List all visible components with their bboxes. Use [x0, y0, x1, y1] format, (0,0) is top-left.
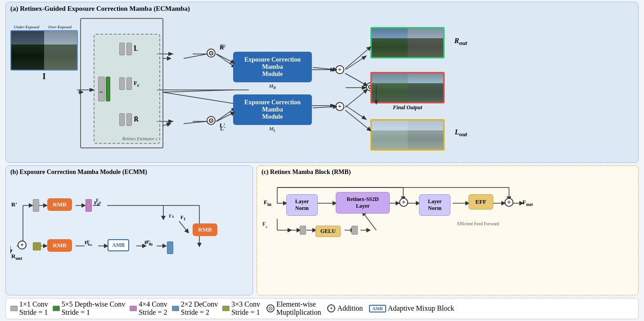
plus-op-c2: +	[504, 198, 513, 207]
ecm-module-2: Exposure Correction MambaModule ML	[233, 94, 312, 133]
svg-line-28	[345, 73, 367, 85]
blue-block	[167, 241, 173, 254]
eff-label: Efficient Feed Forward	[457, 221, 499, 226]
dot-op-1: ⊙	[207, 49, 216, 58]
legend-gray-label: 1×1 ConvStride = 1	[19, 300, 48, 317]
legend-plus-op: + Addition	[327, 304, 363, 312]
f0-label: F0	[94, 200, 99, 207]
l-bar-block2	[126, 43, 132, 55]
top-gray-conv	[33, 199, 39, 212]
svg-line-20	[162, 124, 170, 126]
svg-text:F₁: F₁	[169, 213, 174, 218]
svg-line-5	[216, 54, 235, 67]
ecm-module-1: Exposure Correction MambaModule MR	[233, 52, 312, 90]
f1-label: F1	[180, 214, 185, 221]
rmb-block-right: RMB	[193, 223, 217, 236]
r-out-container: Rout	[370, 27, 445, 58]
svg-line-7	[216, 108, 235, 121]
retinex-estimator-box: Retinex Estimator ε L̄ Fc	[94, 34, 160, 144]
legend-purple-conv: 4×4 ConvStride = 2	[130, 300, 167, 317]
svg-line-12	[346, 106, 366, 119]
sub-gray-1	[300, 226, 306, 235]
legend-amb-box: AMB	[369, 305, 386, 312]
purple-block-1	[86, 199, 92, 212]
svg-line-21	[184, 54, 207, 58]
l-out-container: Lout	[370, 119, 445, 151]
plus-op-1: +	[335, 65, 344, 74]
section-a: (a) Retinex-Guided Exposure Correction M…	[5, 2, 639, 163]
r-out-label-b: Rout	[11, 253, 22, 261]
legend-amb-label: Adaptive Mixup Block	[388, 304, 455, 312]
final-output-container: Final Output	[370, 72, 445, 111]
legend-blue-label: 2×2 DeConvStride = 2	[181, 300, 218, 317]
legend-purple-box	[130, 306, 137, 311]
plus-op-b: +	[18, 241, 27, 250]
svg-line-25	[313, 67, 336, 70]
over-img	[44, 31, 77, 70]
legend-gray-box	[10, 306, 18, 311]
svg-text:L': L'	[220, 125, 225, 132]
legend-olive-box	[222, 306, 230, 311]
svg-line-26	[313, 107, 336, 108]
fc-row: Fc	[119, 77, 140, 90]
plus-op-2: +	[335, 102, 344, 111]
rmb-block-1: RMB	[47, 198, 72, 211]
fc-label: Fc	[134, 80, 140, 88]
svg-line-18	[162, 90, 233, 92]
svg-line-41	[179, 221, 188, 232]
input-image	[10, 30, 78, 71]
r-out-img2	[408, 28, 444, 57]
legend-plus-symbol: +	[327, 304, 335, 312]
f-out-label: Fout	[522, 199, 533, 207]
retinex-estimator-label: Retinex Estimator ε	[122, 136, 158, 141]
section-b: (b) Exposure Correction Mamba Module (EC…	[5, 165, 253, 295]
section-a-title: (a) Retinex-Guided Exposure Correction M…	[10, 5, 634, 13]
legend-purple-label: 4×4 ConvStride = 2	[139, 300, 167, 317]
ecm-box-2: Exposure Correction MambaModule	[233, 94, 312, 125]
layer-norm-2: Layer Norm	[419, 194, 450, 216]
legend-gray-conv: 1×1 ConvStride = 1	[10, 300, 48, 317]
legend-dot-label: Element-wiseMuptilplication	[276, 300, 321, 317]
final-img2	[408, 73, 444, 102]
legend-blue-box	[172, 306, 179, 311]
legend-green-conv: 5×5 Depth-wise ConvStride = 1	[53, 300, 125, 317]
conv-green	[106, 76, 110, 101]
eff-block: EFF	[468, 194, 493, 210]
over-exposed-label: Over-Exposed	[44, 25, 76, 29]
legend-green-label: 5×5 Depth-wise ConvStride = 1	[62, 300, 125, 317]
legend-amb: AMB Adaptive Mixup Block	[369, 304, 454, 312]
bottom-row: (b) Exposure Correction Mamba Module (EC…	[5, 165, 639, 295]
svg-line-19	[162, 92, 233, 103]
legend-olive-conv: 3×3 ConvStride = 1	[222, 300, 260, 317]
plus-op-c1: +	[399, 198, 408, 207]
r-out-label: Rout	[455, 37, 467, 47]
legend-green-box	[53, 306, 60, 311]
ml-label: ML	[233, 126, 312, 133]
r-bar-label: R̄	[134, 116, 139, 123]
svg-text:Fc: Fc	[262, 221, 267, 229]
rmb-block-2: RMB	[47, 239, 72, 252]
svg-line-31	[345, 110, 370, 130]
final-img1	[372, 73, 408, 102]
l-out-img2	[408, 120, 444, 149]
svg-line-10	[346, 56, 366, 70]
svg-line-74	[363, 212, 376, 230]
section-c: (c) Retinex Mamba Block (RMB)	[257, 165, 639, 295]
ecmm-diagram: F₁ Fa F'0 F0	[10, 178, 248, 277]
legend-blue-deconv: 2×2 DeConvStride = 2	[172, 300, 218, 317]
svg-line-22	[184, 121, 207, 124]
fc-block2	[126, 77, 132, 90]
amb-block: AMB	[108, 239, 129, 251]
svg-text:L': L'	[220, 122, 225, 129]
rmb-svg: Fc	[261, 178, 634, 268]
l-out-label: Lout	[455, 128, 467, 138]
f-in-label: Fin	[264, 199, 271, 207]
svg-text:R': R'	[220, 43, 226, 49]
i-label: I	[10, 72, 78, 81]
r-out-img1	[372, 28, 408, 57]
r-out-images	[370, 27, 445, 58]
mr-label: MR	[233, 83, 312, 90]
section-b-title: (b) Exposure Correction Mamba Module (EC…	[10, 169, 248, 176]
input-labels: Under-Exposed Over-Exposed I	[10, 25, 78, 81]
rmb-diagram: Fc Fin Layer Norm Retinex-SS2DLayer +	[261, 178, 634, 268]
